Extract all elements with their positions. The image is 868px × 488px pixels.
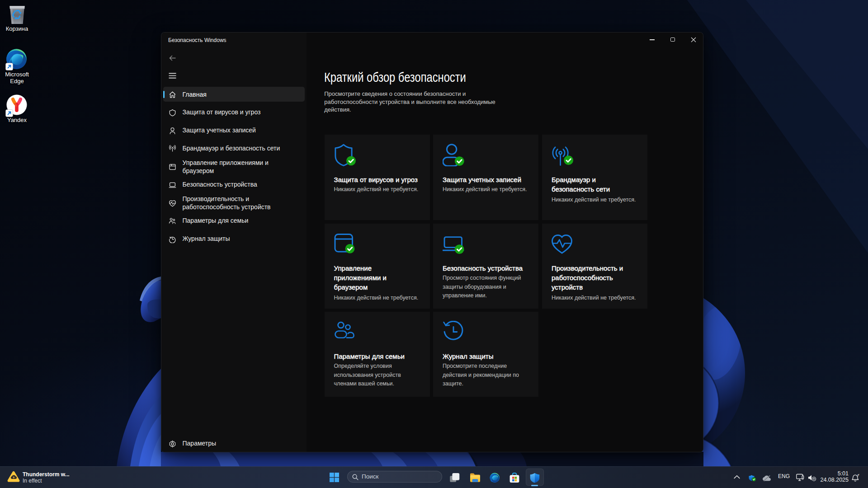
svg-text:z: z (858, 474, 859, 476)
